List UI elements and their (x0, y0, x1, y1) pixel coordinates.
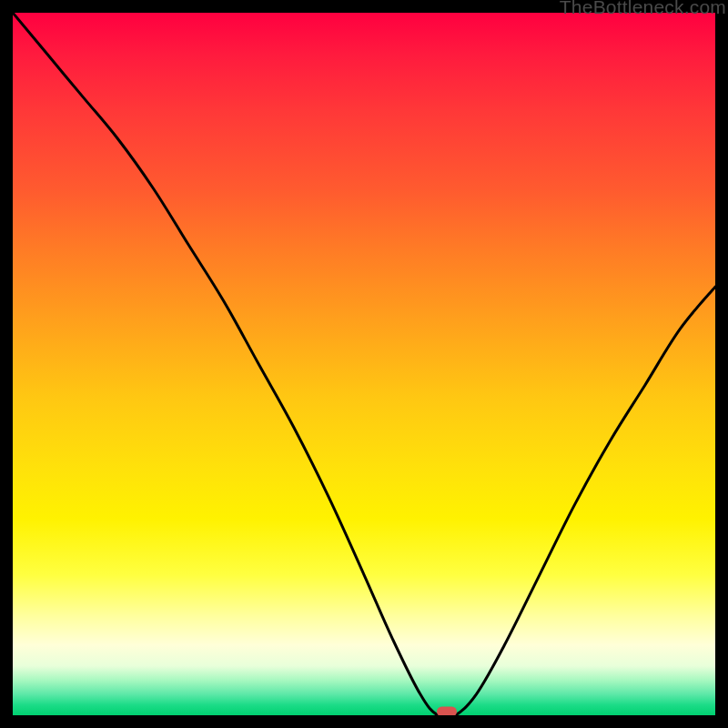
bottleneck-curve-path (13, 13, 715, 715)
chart-frame: TheBottleneck.com (0, 0, 728, 728)
watermark-label: TheBottleneck.com (560, 0, 726, 18)
bottleneck-curve (13, 13, 715, 715)
plot-area (13, 13, 715, 715)
optimal-point-marker (437, 707, 457, 715)
